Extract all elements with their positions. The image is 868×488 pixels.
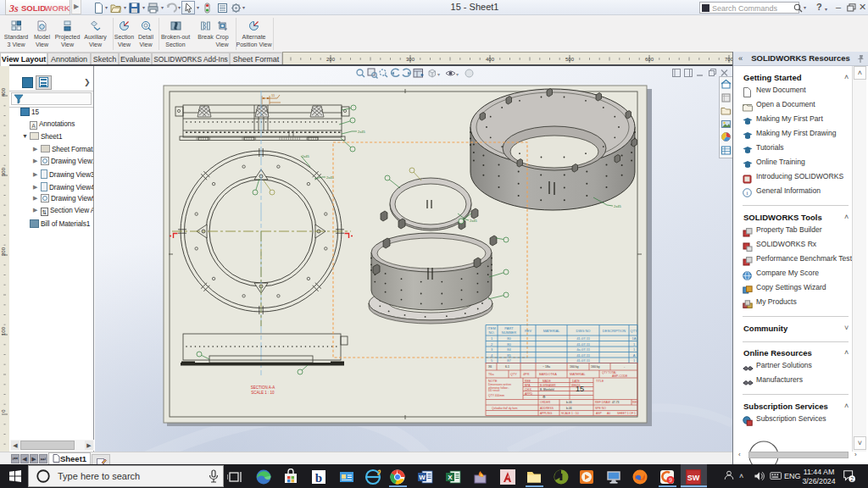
svg-text:NUMBER: NUMBER [502, 330, 516, 335]
svg-text:SOLID: SOLID [21, 3, 46, 13]
svg-text:200: 200 [326, 57, 336, 62]
svg-text:REF DRAW: REF DRAW [595, 401, 611, 404]
svg-text:DATE: DATE [572, 380, 581, 383]
svg-text:400: 400 [486, 57, 495, 62]
svg-text:600: 600 [645, 57, 654, 62]
svg-text:SHEET 1 OF 1: SHEET 1 OF 1 [617, 412, 636, 415]
svg-text:QTY: QTY [510, 373, 517, 376]
svg-text:~ 18a: ~ 18a [542, 365, 550, 369]
svg-text:84: 84 [507, 347, 511, 352]
svg-text:AMP-CODE: AMP-CODE [612, 374, 628, 378]
svg-text:b: b [315, 471, 322, 485]
svg-text:A: A [633, 353, 636, 358]
svg-text:W: W [419, 474, 426, 481]
svg-text:Qxfwdtw thd! dy fwm: Qxfwdtw thd! dy fwm [492, 407, 518, 410]
svg-text:QTY 400mm: QTY 400mm [488, 394, 504, 397]
svg-text:SPE NO: SPE NO [595, 407, 606, 410]
svg-text:160 kg: 160 kg [570, 365, 579, 369]
svg-text:ORDER: ORDER [540, 401, 551, 404]
svg-text:160 kg: 160 kg [591, 365, 600, 369]
svg-text:NOTE: NOTE [488, 380, 498, 383]
svg-text:b-06: b-06 [566, 401, 572, 404]
svg-text:3s: 3s [8, 2, 19, 14]
svg-text:X6: X6 [488, 365, 492, 369]
svg-text:CH K: CH K [525, 388, 532, 391]
svg-text:QTY TOTAL: QTY TOTAL [602, 371, 617, 374]
svg-text:b-06: b-06 [566, 407, 572, 410]
svg-text:DESCRIPTION: DESCRIPTION [603, 329, 626, 333]
svg-text:85: 85 [507, 353, 511, 358]
svg-text:15: 15 [576, 385, 584, 393]
svg-text:X: X [448, 474, 453, 481]
svg-text:APPLING: APPLING [540, 412, 553, 415]
svg-text:2: 2 [850, 476, 854, 482]
svg-text:BPA: BPA [525, 384, 531, 387]
svg-text:41-07-11: 41-07-11 [576, 353, 590, 358]
svg-text:REV: REV [632, 401, 639, 404]
svg-text:TITLE: TITLE [596, 380, 604, 383]
svg-text:MADE: MADE [542, 380, 552, 383]
svg-text:MATERIAL: MATERIAL [543, 329, 560, 333]
svg-text:REV: REV [525, 329, 532, 333]
svg-text:6-1: 6-1 [505, 365, 509, 369]
svg-text:100: 100 [1, 326, 6, 336]
svg-text:⚙: ⚙ [542, 395, 546, 399]
svg-text:i: i [747, 190, 748, 197]
svg-text:4PR: 4PR [523, 373, 530, 376]
svg-text:2x45: 2x45 [358, 130, 365, 134]
svg-text:APPD: APPD [525, 392, 533, 396]
svg-text:WORKS: WORKS [45, 3, 70, 13]
svg-text:2x45: 2x45 [302, 154, 309, 158]
svg-text:80: 80 [507, 342, 511, 347]
svg-text:41-07-11: 41-07-11 [576, 342, 590, 347]
svg-text:DWG NO: DWG NO [576, 329, 591, 333]
svg-text:SW: SW [687, 474, 700, 482]
svg-text:200: 200 [1, 247, 6, 256]
svg-text:1A: 1A [632, 336, 637, 341]
svg-text:300: 300 [1, 167, 6, 176]
svg-text:MATERIAL: MATERIAL [570, 373, 586, 376]
svg-text:2x45: 2x45 [470, 219, 477, 223]
svg-text:300: 300 [406, 57, 415, 62]
svg-text:500: 500 [565, 57, 575, 62]
svg-text:QTY.: QTY. [631, 329, 638, 333]
svg-text:4a-07-11: 4a-07-11 [576, 347, 590, 352]
svg-text:SECTION A-A: SECTION A-A [251, 385, 275, 390]
svg-text:ADDRESS: ADDRESS [540, 407, 554, 410]
svg-text:B. Bfwslwlvl: B. Bfwslwlvl [540, 388, 554, 391]
svg-text:ASP: ASP [596, 412, 602, 415]
svg-text:SCALE 1 : 10: SCALE 1 : 10 [561, 412, 579, 415]
svg-text:SCALE 1 : 10: SCALE 1 : 10 [251, 391, 275, 395]
svg-text:41-07-11: 41-07-11 [576, 358, 590, 363]
svg-text:87: 87 [507, 358, 511, 363]
svg-text:80: 80 [507, 336, 511, 341]
svg-text:DD result: DD result [488, 389, 499, 392]
svg-text:REE: REE [525, 380, 531, 383]
svg-text:B.GREASER: B.GREASER [540, 384, 556, 387]
svg-text:400: 400 [1, 87, 6, 97]
svg-text:A0: A0 [607, 412, 610, 415]
svg-text:NO.: NO. [488, 330, 494, 335]
svg-text:41-07-11: 41-07-11 [576, 336, 590, 341]
svg-text:47-73: 47-73 [612, 401, 620, 404]
svg-text:2x45: 2x45 [614, 204, 621, 208]
svg-text:BARDOTKA: BARDOTKA [539, 373, 557, 376]
svg-text:T6a: T6a [488, 373, 494, 376]
svg-text:9: 9 [669, 477, 672, 483]
